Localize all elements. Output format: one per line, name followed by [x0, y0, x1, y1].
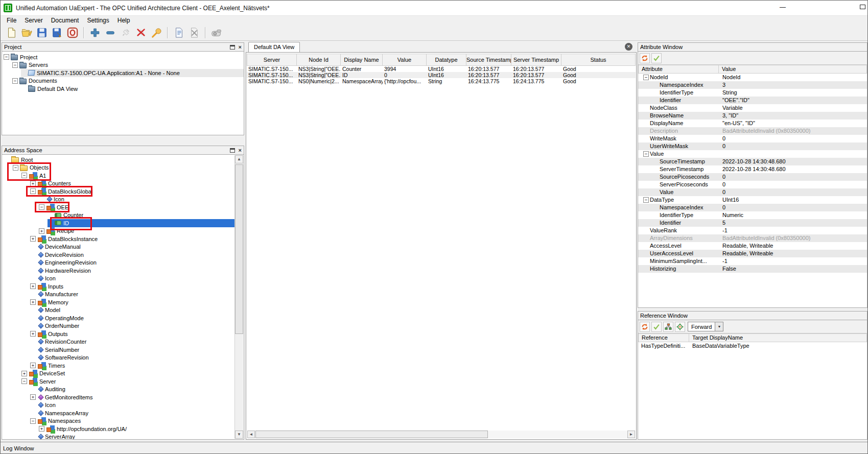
column-header-display-name[interactable]: Display Name	[341, 54, 383, 66]
remove-document-icon[interactable]	[187, 26, 201, 39]
column-header-value[interactable]: Value	[383, 54, 427, 66]
tree-item-outputs[interactable]: +Outputs	[3, 330, 234, 338]
menu-item-help[interactable]: Help	[113, 16, 134, 25]
tree-item-serialnumber[interactable]: SerialNumber	[3, 346, 234, 354]
attribute-row-arraydimensions[interactable]: ArrayDimensionsBadAttributeIdInvalid (0x…	[638, 234, 867, 242]
tree-item-icon[interactable]: Icon	[3, 275, 234, 283]
tree-item-model[interactable]: Model	[3, 306, 234, 315]
tree-item-datablocksglobal[interactable]: −DataBlocksGlobal	[3, 187, 234, 196]
attribute-row-sourcepicoseconds[interactable]: SourcePicoseconds0	[638, 173, 867, 181]
collapse-icon[interactable]: −	[21, 173, 27, 178]
tree-item-serverarray[interactable]: ServerArray	[3, 433, 234, 440]
collapse-icon[interactable]: −	[643, 151, 649, 157]
menu-item-file[interactable]: File	[3, 16, 20, 25]
refresh-icon[interactable]	[640, 53, 650, 63]
column-header-source-timestamp[interactable]: Source Timestamp	[466, 54, 511, 66]
tree-item-softwarerevision[interactable]: SoftwareRevision	[3, 354, 234, 362]
collapse-icon[interactable]: −	[643, 197, 649, 203]
attribute-row-useraccesslevel[interactable]: UserAccessLevelReadable, Writeable	[638, 250, 867, 257]
attribute-row-value[interactable]: −Value	[638, 150, 867, 158]
attribute-row-identifier[interactable]: Identifier"OEE"."ID"	[638, 97, 867, 104]
disconnect-icon[interactable]	[134, 26, 148, 39]
add-node-icon[interactable]	[88, 26, 102, 39]
tree-item-inputs[interactable]: +Inputs	[3, 282, 234, 291]
attribute-row-minimumsamplingint[interactable]: MinimumSamplingInt...-1	[638, 257, 867, 265]
expand-icon[interactable]: +	[30, 181, 36, 186]
reference-direction-select[interactable]: Forward ▼	[688, 322, 723, 331]
scrollbar-thumb[interactable]	[235, 164, 243, 334]
attribute-row-nodeclass[interactable]: NodeClassVariable	[638, 104, 867, 112]
expand-icon[interactable]: +	[30, 363, 36, 368]
column-header-status[interactable]: Status	[561, 54, 636, 66]
tree-item-operatingmode[interactable]: OperatingMode	[3, 314, 234, 322]
tree-item-deviceset[interactable]: +DeviceSet	[3, 370, 234, 378]
tree-item-a1[interactable]: −A1	[3, 172, 234, 180]
close-panel-icon[interactable]: ×	[239, 44, 242, 50]
collapse-icon[interactable]: −	[30, 418, 36, 424]
column-header-value[interactable]: Value	[719, 65, 867, 74]
tree-item-getmonitoreditems[interactable]: +GetMonitoredItems	[3, 393, 234, 401]
collapse-icon[interactable]: −	[30, 188, 36, 194]
settings-wrench-icon[interactable]	[150, 26, 163, 39]
attribute-row-valuerank[interactable]: ValueRank-1	[638, 227, 867, 234]
menu-item-settings[interactable]: Settings	[83, 16, 113, 25]
tree-item-servers[interactable]: −Servers	[2, 61, 244, 69]
tree-item-default-da-view[interactable]: Default DA View	[2, 85, 244, 93]
connect-icon[interactable]	[119, 26, 132, 39]
tab-default-da-view[interactable]: Default DA View	[248, 42, 300, 52]
expand-icon[interactable]: +	[30, 236, 36, 242]
da-row-namespacearray[interactable]: SIMATIC.S7-150...NS0|Numeric|2...Namespa…	[247, 78, 636, 84]
collapse-icon[interactable]: −	[12, 62, 18, 68]
tree-item-engineeringrevision[interactable]: EngineeringRevision	[3, 259, 234, 267]
tree-item-auditing[interactable]: Auditing	[3, 386, 234, 394]
attribute-row-namespaceindex[interactable]: NamespaceIndex0	[638, 204, 867, 211]
scroll-down-icon[interactable]: ▼	[235, 431, 243, 439]
attribute-row-accesslevel[interactable]: AccessLevelReadable, Writeable	[638, 242, 867, 250]
close-document-icon[interactable]: ✕	[625, 43, 632, 51]
tree-item-ordernumber[interactable]: OrderNumber	[3, 322, 234, 330]
tree-item-devicerevision[interactable]: DeviceRevision	[3, 251, 234, 259]
vertical-scrollbar[interactable]: ▲ ▼	[234, 155, 243, 439]
tree-item-timers[interactable]: +Timers	[3, 362, 234, 370]
collapse-icon[interactable]: −	[21, 378, 27, 384]
attribute-row-serverpicoseconds[interactable]: ServerPicoseconds0	[638, 181, 867, 188]
tree-item-devicemanual[interactable]: DeviceManual	[3, 243, 234, 251]
edit-file-icon[interactable]	[51, 26, 64, 39]
attribute-row-identifiertype[interactable]: IdentifierTypeNumeric	[638, 211, 867, 219]
da-row-id[interactable]: SIMATIC.S7-150...NS3|String|"OEE...ID0UI…	[247, 72, 636, 78]
tree-item-datablocksinstance[interactable]: +DataBlocksInstance	[3, 235, 234, 243]
expand-icon[interactable]: +	[39, 426, 44, 432]
column-header-datatype[interactable]: Datatype	[427, 54, 466, 66]
tree-item-icon[interactable]: Icon	[3, 401, 234, 410]
attribute-row-description[interactable]: DescriptionBadAttributeIdInvalid (0x8035…	[638, 127, 867, 135]
new-file-icon[interactable]	[5, 26, 18, 39]
expand-icon[interactable]: +	[30, 283, 36, 289]
tree-item-counters[interactable]: +Counters	[3, 180, 234, 188]
attribute-row-value[interactable]: Value0	[638, 188, 867, 196]
scroll-left-icon[interactable]: ◄	[247, 431, 255, 438]
tree-item-id[interactable]: ID	[3, 219, 234, 227]
screenshot-camera-icon[interactable]	[210, 26, 223, 39]
column-header-attribute[interactable]: Attribute	[638, 65, 719, 74]
expand-icon[interactable]: +	[30, 299, 36, 305]
close-panel-icon[interactable]: ×	[239, 148, 242, 153]
remove-node-icon[interactable]	[104, 26, 117, 39]
tree-item-memory[interactable]: +Memory	[3, 298, 234, 306]
column-header-server-timestamp[interactable]: Server Timestamp	[511, 54, 561, 66]
attribute-row-writemask[interactable]: WriteMask0	[638, 135, 867, 142]
hierarchy-icon[interactable]	[663, 322, 673, 332]
add-document-icon[interactable]	[172, 26, 185, 39]
tree-item-root[interactable]: Root	[3, 156, 234, 164]
attribute-row-identifiertype[interactable]: IdentifierTypeString	[638, 89, 867, 97]
collapse-icon[interactable]: −	[13, 165, 18, 171]
scroll-up-icon[interactable]: ▲	[235, 155, 243, 163]
menu-item-document[interactable]: Document	[47, 16, 83, 25]
attribute-row-userwritemask[interactable]: UserWriteMask0	[638, 142, 867, 150]
tree-item-manufacturer[interactable]: Manufacturer	[3, 291, 234, 299]
attribute-row-browsename[interactable]: BrowseName3, "ID"	[638, 112, 867, 120]
menu-item-server[interactable]: Server	[20, 16, 46, 25]
tree-item-namespacearray[interactable]: NamespaceArray	[3, 409, 234, 417]
attribute-row-identifier[interactable]: Identifier5	[638, 219, 867, 227]
expand-icon[interactable]: +	[39, 228, 44, 234]
tree-item-server[interactable]: −Server	[3, 377, 234, 386]
